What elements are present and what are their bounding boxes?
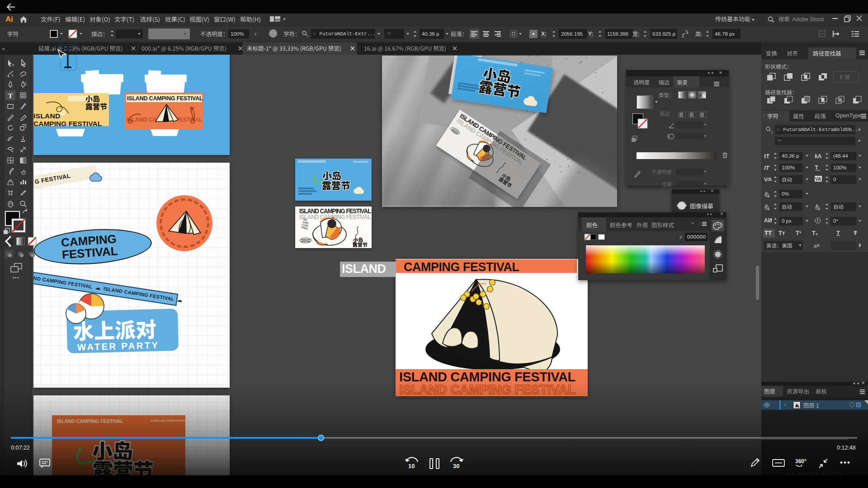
svg-text:VA: VA xyxy=(815,177,821,182)
svg-text:ƙA: ƙA xyxy=(815,153,822,160)
svg-text:T: T xyxy=(8,92,13,99)
svg-text:あ: あ xyxy=(764,203,769,209)
svg-text:tT: tT xyxy=(764,153,769,160)
svg-text:T: T xyxy=(816,219,819,223)
svg-text:AͶ: AͶ xyxy=(764,217,772,224)
svg-text:あ: あ xyxy=(815,203,820,209)
svg-text:360°: 360° xyxy=(795,458,807,465)
svg-text:IT: IT xyxy=(764,164,770,171)
svg-text:あ: あ xyxy=(764,191,769,196)
svg-text:10: 10 xyxy=(408,463,415,469)
svg-text:T: T xyxy=(815,164,818,171)
svg-text:V⁄A: V⁄A xyxy=(764,177,772,182)
svg-text:30: 30 xyxy=(453,463,459,469)
